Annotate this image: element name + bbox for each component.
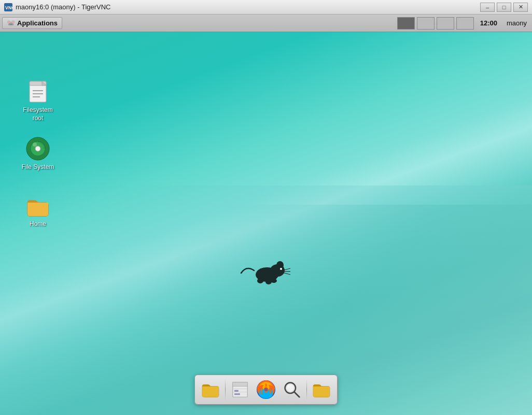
svg-point-19 [257,278,263,283]
workspace-3[interactable] [437,17,454,30]
svg-line-33 [295,392,300,397]
bottom-folder1-button[interactable] [198,377,223,402]
bottom-firefox-button[interactable] [254,377,278,402]
svg-rect-27 [234,393,240,395]
svg-point-15 [280,268,282,270]
file-system-label: File System [22,163,54,171]
svg-point-30 [264,388,268,391]
home-label: Home [30,220,46,228]
bottom-sep-2 [306,379,307,400]
workspace-2[interactable] [417,17,435,30]
title-bar-controls: – □ ✕ [480,3,528,12]
desktop: Filesystemroot File System Home [0,32,532,415]
file-system-icon [25,136,50,161]
svg-line-18 [283,273,290,275]
svg-point-14 [276,261,284,269]
bottom-file-manager-button[interactable] [228,377,253,402]
applications-menu[interactable]: 🐭 Applications [2,17,62,29]
desktop-icon-home[interactable]: Home [15,190,61,232]
title-bar-left: VNC maony16:0 (maony) - TigerVNC [4,3,111,11]
bottom-folder2-button[interactable] [309,377,334,402]
bottom-taskbar [194,375,338,405]
workspace-4[interactable] [456,17,474,30]
svg-point-32 [287,384,294,392]
svg-rect-26 [234,390,239,392]
firefox-icon [256,379,276,400]
applications-icon: 🐭 [7,19,15,27]
mouse-mascot-svg [239,255,290,286]
search-icon [282,380,302,399]
svg-point-20 [265,279,272,284]
maximize-button[interactable]: □ [497,3,511,12]
bottom-sep-1 [225,379,226,400]
bottom-search-button[interactable] [279,377,304,402]
desktop-icon-file-system[interactable]: File System [15,133,61,175]
top-taskbar: 🐭 Applications 12:00 maony [0,15,532,32]
svg-point-21 [271,279,277,283]
mouse-mascot [239,255,290,286]
desktop-icon-filesystem-root[interactable]: Filesystemroot [15,76,61,125]
window-title: maony16:0 (maony) - TigerVNC [16,3,111,11]
clock: 12:00 [476,19,501,27]
username: maony [503,19,530,27]
svg-point-10 [35,146,40,151]
close-button[interactable]: ✕ [513,3,528,12]
svg-rect-23 [233,382,248,387]
bottom-file-manager-icon [230,380,250,399]
bottom-folder2-icon [312,380,331,399]
taskbar-right: 12:00 maony [397,17,530,30]
filesystem-root-icon [25,79,50,104]
workspace-1[interactable] [397,17,415,30]
home-folder-icon [25,193,50,218]
vnc-icon: VNC [4,3,12,11]
svg-text:VNC: VNC [5,5,12,10]
svg-point-11 [33,142,37,147]
title-bar: VNC maony16:0 (maony) - TigerVNC – □ ✕ [0,0,532,15]
taskbar-left: 🐭 Applications [2,17,62,29]
applications-label: Applications [17,19,58,27]
svg-point-34 [287,385,290,388]
bottom-folder1-icon [201,380,220,399]
filesystem-root-label: Filesystemroot [23,106,52,122]
minimize-button[interactable]: – [480,3,495,12]
